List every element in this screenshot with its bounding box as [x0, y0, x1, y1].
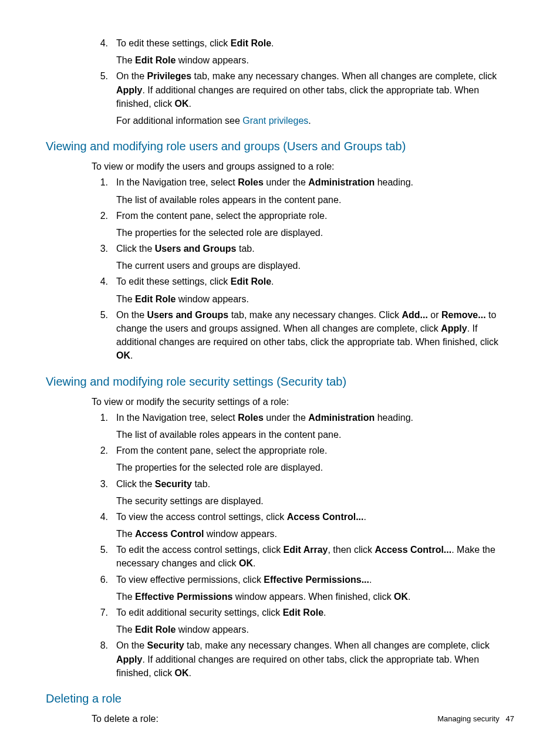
item-sub: The Edit Role window appears. — [116, 53, 514, 67]
section2-list: 1.In the Navigation tree, select Roles u… — [92, 411, 514, 680]
list-item: 2.From the content pane, select the appr… — [92, 209, 514, 239]
item-main: Click the Users and Groups tab. — [116, 242, 514, 255]
item-text: In the Navigation tree, select Roles und… — [116, 175, 514, 206]
list-item: 4.To edit these settings, click Edit Rol… — [92, 275, 514, 305]
item-text: Click the Security tab.The security sett… — [116, 477, 514, 508]
item-text: From the content pane, select the approp… — [116, 209, 514, 239]
item-main: To view effective permissions, click Eff… — [116, 573, 514, 586]
list-item: 2.From the content pane, select the appr… — [92, 444, 514, 474]
item-text: To view effective permissions, click Eff… — [116, 573, 514, 603]
item-main: From the content pane, select the approp… — [116, 444, 514, 457]
document-page: 4. To edit these settings, click Edit Ro… — [0, 0, 560, 746]
item-text: On the Users and Groups tab, make any ne… — [116, 308, 514, 363]
item-number: 1. — [92, 411, 116, 424]
item-text: On the Security tab, make any necessary … — [116, 639, 514, 680]
item-main: In the Navigation tree, select Roles und… — [116, 411, 514, 424]
item-text: To edit the access control settings, cli… — [116, 543, 514, 570]
item-main: To edit additional security settings, cl… — [116, 606, 514, 619]
item-main: On the Privileges tab, make any necessar… — [116, 69, 514, 110]
item-number: 6. — [92, 573, 116, 586]
item-sub: The properties for the selected role are… — [116, 226, 514, 239]
item-sub: The Edit Role window appears. — [116, 292, 514, 306]
item-number: 5. — [92, 543, 116, 556]
list-item: 4. To edit these settings, click Edit Ro… — [92, 36, 514, 67]
heading-deleting-role: Deleting a role — [46, 690, 514, 707]
list-item: 3.Click the Users and Groups tab.The cur… — [92, 242, 514, 272]
list-item: 1.In the Navigation tree, select Roles u… — [92, 411, 514, 441]
footer-section: Managing security — [437, 714, 500, 723]
item-main: In the Navigation tree, select Roles und… — [116, 175, 514, 189]
section1-list: 1.In the Navigation tree, select Roles u… — [92, 175, 514, 362]
intro-paragraph: To view or modify the security settings … — [92, 395, 514, 409]
item-number: 4. — [92, 510, 116, 524]
top-list: 4. To edit these settings, click Edit Ro… — [92, 36, 514, 127]
list-item: 5.To edit the access control settings, c… — [92, 543, 514, 570]
item-sub: The security settings are displayed. — [116, 494, 514, 508]
item-text: Click the Users and Groups tab.The curre… — [116, 242, 514, 272]
item-number: 8. — [92, 639, 116, 652]
item-sub: The properties for the selected role are… — [116, 461, 514, 474]
item-text: To edit additional security settings, cl… — [116, 606, 514, 636]
item-number: 2. — [92, 209, 116, 222]
item-main: To edit the access control settings, cli… — [116, 543, 514, 570]
item-number: 1. — [92, 175, 116, 189]
item-main: Click the Security tab. — [116, 477, 514, 491]
item-number: 4. — [92, 36, 116, 50]
item-number: 5. — [92, 308, 116, 322]
list-item: 8.On the Security tab, make any necessar… — [92, 639, 514, 680]
item-sub: The list of available roles appears in t… — [116, 428, 514, 441]
item-sub: The Edit Role window appears. — [116, 623, 514, 636]
item-text: To edit these settings, click Edit Role.… — [116, 275, 514, 305]
item-number: 7. — [92, 606, 116, 619]
item-main: To edit these settings, click Edit Role. — [116, 275, 514, 288]
item-sub: For additional information see Grant pri… — [116, 114, 514, 127]
item-text: In the Navigation tree, select Roles und… — [116, 411, 514, 441]
footer-page-number: 47 — [506, 714, 514, 723]
list-item: 1.In the Navigation tree, select Roles u… — [92, 175, 514, 206]
item-number: 4. — [92, 275, 116, 288]
item-main: To edit these settings, click Edit Role. — [116, 36, 514, 50]
item-main: From the content pane, select the approp… — [116, 209, 514, 222]
item-text: To view the access control settings, cli… — [116, 510, 514, 541]
list-item: 3.Click the Security tab.The security se… — [92, 477, 514, 508]
item-main: On the Users and Groups tab, make any ne… — [116, 308, 514, 363]
item-sub: The list of available roles appears in t… — [116, 193, 514, 207]
item-text: On the Privileges tab, make any necessar… — [116, 69, 514, 127]
heading-users-groups: Viewing and modifying role users and gro… — [46, 138, 514, 155]
list-item: 6.To view effective permissions, click E… — [92, 573, 514, 603]
list-item: 4.To view the access control settings, c… — [92, 510, 514, 541]
item-main: On the Security tab, make any necessary … — [116, 639, 514, 680]
item-sub: The Effective Permissions window appears… — [116, 590, 514, 603]
item-sub: The Access Control window appears. — [116, 527, 514, 541]
item-number: 3. — [92, 477, 116, 491]
heading-security-tab: Viewing and modifying role security sett… — [46, 373, 514, 390]
list-item: 5.On the Users and Groups tab, make any … — [92, 308, 514, 363]
item-number: 3. — [92, 242, 116, 255]
item-text: From the content pane, select the approp… — [116, 444, 514, 474]
page-footer: Managing security 47 — [437, 714, 514, 725]
item-number: 2. — [92, 444, 116, 457]
intro-paragraph: To view or modify the users and groups a… — [92, 160, 514, 173]
item-text: To edit these settings, click Edit Role.… — [116, 36, 514, 67]
list-item: 7.To edit additional security settings, … — [92, 606, 514, 636]
item-main: To view the access control settings, cli… — [116, 510, 514, 524]
item-number: 5. — [92, 69, 116, 83]
list-item: 5. On the Privileges tab, make any neces… — [92, 69, 514, 127]
item-sub: The current users and groups are display… — [116, 259, 514, 272]
